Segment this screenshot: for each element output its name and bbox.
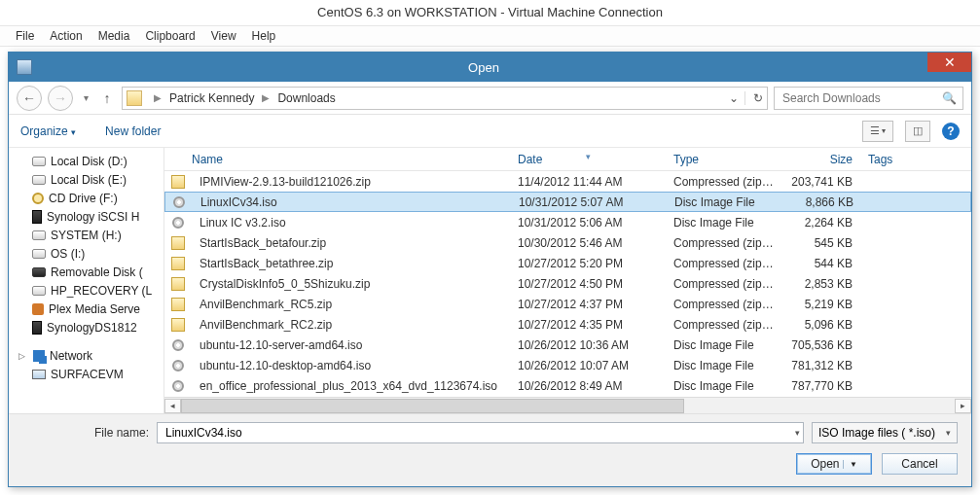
col-tags[interactable]: Tags — [860, 153, 971, 166]
tree-item[interactable]: Removable Disk ( — [15, 263, 163, 281]
open-dialog: Open ✕ ← → ▾ ↑ ▶ Patrick Kennedy ▶ Downl… — [8, 52, 972, 487]
iso-file-icon — [171, 194, 187, 210]
tree-item[interactable]: OS (I:) — [15, 244, 163, 263]
dialog-titlebar[interactable]: Open ✕ — [9, 53, 971, 82]
file-name: StartIsBack_betathree.zip — [192, 257, 510, 270]
chevron-right-icon[interactable]: ▷ — [18, 351, 28, 361]
breadcrumb-current[interactable]: Downloads — [275, 91, 337, 105]
col-date[interactable]: ▾Date — [510, 153, 666, 166]
search-icon[interactable]: 🔍 — [942, 91, 957, 105]
back-button[interactable]: ← — [17, 86, 42, 111]
tree-item[interactable]: Local Disk (D:) — [15, 152, 163, 170]
breadcrumb[interactable]: ▶ Patrick Kennedy ▶ Downloads ⌄ ↻ — [122, 87, 768, 110]
scroll-track[interactable] — [181, 399, 955, 413]
filename-label: File name: — [22, 426, 149, 440]
file-type: Disc Image File — [666, 359, 782, 372]
view-options-button[interactable]: ☰ ▾ — [862, 121, 893, 142]
history-dropdown[interactable]: ▾ — [79, 92, 92, 103]
drive-icon — [32, 286, 46, 296]
close-button[interactable]: ✕ — [927, 53, 971, 72]
tree-item[interactable]: Plex Media Serve — [15, 300, 163, 318]
file-size: 5,219 KB — [782, 298, 860, 311]
chevron-down-icon: ▾ — [946, 428, 951, 438]
nas-icon — [32, 210, 42, 224]
search-input[interactable] — [780, 90, 942, 106]
chevron-right-icon[interactable]: ▶ — [148, 92, 167, 103]
filename-input[interactable] — [163, 425, 797, 441]
menu-action[interactable]: Action — [44, 27, 88, 45]
column-headers: Name ▾Date Type Size Tags — [164, 148, 971, 171]
scroll-right-button[interactable]: ▸ — [955, 399, 971, 413]
open-button[interactable]: Open ▼ — [796, 453, 872, 475]
file-row[interactable]: IPMIView-2.9.13-build121026.zip11/4/2012… — [164, 171, 971, 192]
search-box[interactable]: 🔍 — [774, 87, 963, 110]
file-size: 781,312 KB — [782, 359, 860, 372]
tree-item[interactable]: Synology iSCSI H — [15, 207, 163, 226]
chevron-right-icon[interactable]: ▶ — [256, 92, 275, 103]
file-date: 10/26/2012 10:36 AM — [510, 338, 666, 352]
file-row[interactable]: AnvilBenchmark_RC2.zip10/27/2012 4:35 PM… — [164, 314, 971, 335]
zip-file-icon — [170, 317, 186, 333]
menu-help[interactable]: Help — [246, 27, 282, 45]
file-type: Compressed (zipp... — [666, 175, 782, 189]
breadcrumb-parent[interactable]: Patrick Kennedy — [167, 91, 256, 105]
tree-network[interactable]: ▷Network — [15, 346, 163, 365]
file-filter-select[interactable]: ISO Image files ( *.iso) ▾ — [812, 422, 958, 443]
organize-menu[interactable]: Organize ▾ — [20, 124, 76, 138]
col-size[interactable]: Size — [782, 153, 860, 166]
file-row[interactable]: en_office_professional_plus_2013_x64_dvd… — [164, 375, 971, 396]
file-type: Disc Image File — [666, 216, 782, 230]
file-name: en_office_professional_plus_2013_x64_dvd… — [192, 379, 510, 393]
file-type: Compressed (zipp... — [666, 318, 782, 332]
menu-clipboard[interactable]: Clipboard — [139, 27, 200, 45]
help-button[interactable]: ? — [942, 123, 960, 140]
menu-view[interactable]: View — [205, 27, 242, 45]
scroll-left-button[interactable]: ◂ — [164, 399, 181, 413]
tree-item-label: Network — [50, 349, 92, 363]
new-folder-button[interactable]: New folder — [105, 124, 161, 138]
file-row[interactable]: Linux IC v3.2.iso10/31/2012 5:06 AMDisc … — [164, 212, 971, 232]
file-row[interactable]: AnvilBenchmark_RC5.zip10/27/2012 4:37 PM… — [164, 294, 971, 314]
tree-item[interactable]: Local Disk (E:) — [15, 170, 163, 189]
vm-connection-window: CentOS 6.3 on WORKSTATION - Virtual Mach… — [0, 0, 980, 495]
file-row[interactable]: CrystalDiskInfo5_0_5Shizuku.zip10/27/201… — [164, 273, 971, 294]
tree-item-label: Synology iSCSI H — [47, 210, 139, 224]
drive-icon — [32, 157, 46, 166]
nav-tree[interactable]: Local Disk (D:)Local Disk (E:)CD Drive (… — [9, 148, 164, 413]
file-type: Disc Image File — [666, 338, 782, 352]
open-split-icon[interactable]: ▼ — [843, 460, 857, 469]
up-button[interactable]: ↑ — [98, 90, 116, 106]
address-dropdown-icon[interactable]: ⌄ — [723, 91, 744, 105]
cancel-button[interactable]: Cancel — [882, 453, 958, 475]
dialog-app-icon — [17, 59, 32, 75]
col-name[interactable]: Name — [164, 153, 510, 166]
tree-item[interactable]: HP_RECOVERY (L — [15, 281, 163, 300]
preview-pane-button[interactable]: ◫ — [905, 121, 930, 142]
menu-media[interactable]: Media — [92, 27, 136, 45]
tree-item[interactable]: CD Drive (F:) — [15, 189, 163, 207]
refresh-button[interactable]: ↻ — [744, 91, 763, 105]
tree-item[interactable]: SYSTEM (H:) — [15, 226, 163, 244]
chevron-down-icon: ▾ — [71, 127, 76, 137]
file-size: 545 KB — [782, 236, 860, 250]
file-row[interactable]: ubuntu-12.10-server-amd64.iso10/26/2012 … — [164, 335, 971, 355]
tree-item-label: OS (I:) — [51, 247, 85, 261]
forward-button[interactable]: → — [48, 86, 73, 111]
tree-network-child[interactable]: SURFACEVM — [15, 365, 163, 383]
menu-file[interactable]: File — [10, 27, 40, 45]
filename-dropdown-icon[interactable]: ▾ — [795, 428, 800, 438]
file-type: Compressed (zipp... — [666, 236, 782, 250]
file-type: Disc Image File — [666, 379, 782, 393]
sort-indicator-icon: ▾ — [586, 152, 591, 161]
filename-input-wrap[interactable]: ▾ — [157, 422, 804, 443]
network-icon — [33, 350, 45, 362]
file-row[interactable]: StartIsBack_betathree.zip10/27/2012 5:20… — [164, 253, 971, 273]
horizontal-scrollbar[interactable]: ◂ ▸ — [164, 397, 971, 413]
tree-item[interactable]: SynologyDS1812 — [15, 318, 163, 336]
col-type[interactable]: Type — [666, 153, 782, 166]
file-row[interactable]: LinuxICv34.iso10/31/2012 5:07 AMDisc Ima… — [164, 192, 971, 212]
scroll-thumb[interactable] — [181, 399, 684, 413]
file-size: 787,770 KB — [782, 379, 860, 393]
file-row[interactable]: ubuntu-12.10-desktop-amd64.iso10/26/2012… — [164, 355, 971, 375]
file-row[interactable]: StartIsBack_betafour.zip10/30/2012 5:46 … — [164, 232, 971, 253]
